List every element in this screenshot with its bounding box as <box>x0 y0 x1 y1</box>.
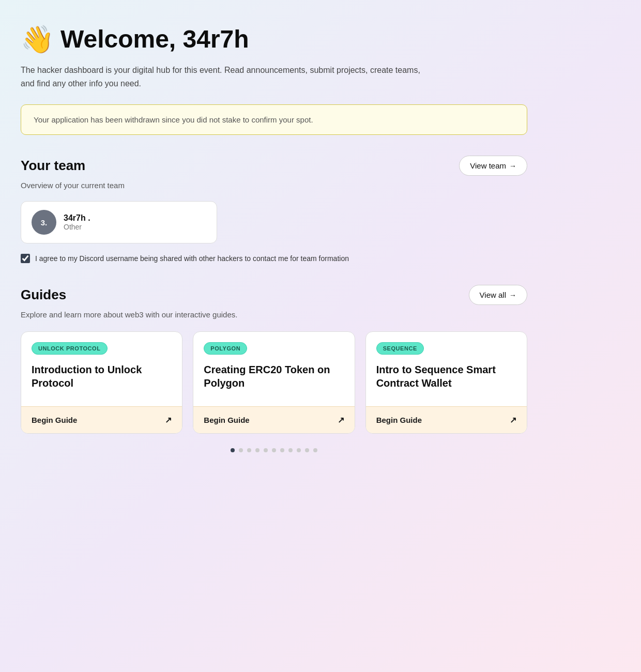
guide-title-1: Creating ERC20 Token on Polygon <box>204 363 344 390</box>
wave-emoji: 👋 <box>21 26 54 53</box>
guide-card-body-2: SEQUENCE Intro to Sequence Smart Contrac… <box>366 332 527 406</box>
team-member-card: 3. 34r7h . Other <box>21 201 217 243</box>
view-all-guides-button[interactable]: View all → <box>469 285 527 305</box>
guide-tag-1: POLYGON <box>204 342 247 355</box>
pagination-dot-8[interactable] <box>297 448 301 452</box>
guides-section-header: Guides View all → <box>21 285 527 305</box>
arrow-right-icon: → <box>509 162 516 170</box>
pagination-dot-5[interactable] <box>272 448 276 452</box>
header-description: The hacker dashboard is your digital hub… <box>21 64 424 90</box>
team-section-subtitle: Overview of your current team <box>21 181 527 190</box>
external-link-icon-2: ↗ <box>510 415 516 425</box>
guides-section: Guides View all → Explore and learn more… <box>21 285 527 452</box>
guides-section-title: Guides <box>21 287 66 303</box>
pagination-dots <box>21 448 527 452</box>
guide-title-2: Intro to Sequence Smart Contract Wallet <box>376 363 516 390</box>
guide-title-0: Introduction to Unlock Protocol <box>32 363 172 390</box>
team-section-title: Your team <box>21 158 85 174</box>
pagination-dot-7[interactable] <box>288 448 293 452</box>
team-member-role: Other <box>64 223 90 231</box>
team-member-name: 34r7h . <box>64 213 90 223</box>
pagination-dot-1[interactable] <box>239 448 243 452</box>
guide-tag-2: SEQUENCE <box>376 342 424 355</box>
guides-grid: UNLOCK PROTOCOL Introduction to Unlock P… <box>21 331 527 434</box>
external-link-icon-0: ↗ <box>165 415 172 425</box>
external-link-icon-1: ↗ <box>338 415 344 425</box>
page-header: 👋 Welcome, 34r7h <box>21 25 620 53</box>
guide-card-2: SEQUENCE Intro to Sequence Smart Contrac… <box>365 331 527 434</box>
guides-description: Explore and learn more about web3 with o… <box>21 310 527 319</box>
guide-card-1: POLYGON Creating ERC20 Token on Polygon … <box>193 331 355 434</box>
begin-guide-button-0[interactable]: Begin Guide ↗ <box>21 406 182 433</box>
arrow-right-icon: → <box>509 291 516 299</box>
guide-footer-label-1: Begin Guide <box>204 416 249 424</box>
discord-consent-checkbox[interactable] <box>21 254 30 263</box>
avatar: 3. <box>32 210 56 235</box>
begin-guide-button-1[interactable]: Begin Guide ↗ <box>193 406 354 433</box>
guide-footer-label-0: Begin Guide <box>32 416 77 424</box>
guide-tag-0: UNLOCK PROTOCOL <box>32 342 108 355</box>
guide-footer-label-2: Begin Guide <box>376 416 422 424</box>
view-team-button[interactable]: View team → <box>459 156 527 176</box>
pagination-dot-0[interactable] <box>231 448 235 452</box>
pagination-dot-10[interactable] <box>313 448 317 452</box>
pagination-dot-6[interactable] <box>280 448 284 452</box>
team-member-info: 34r7h . Other <box>64 213 90 231</box>
pagination-dot-2[interactable] <box>247 448 251 452</box>
team-section-header: Your team View team → <box>21 156 527 176</box>
discord-consent-label: I agree to my Discord username being sha… <box>35 254 349 263</box>
guide-card-body-1: POLYGON Creating ERC20 Token on Polygon <box>193 332 354 406</box>
guide-card-body-0: UNLOCK PROTOCOL Introduction to Unlock P… <box>21 332 182 406</box>
alert-message: Your application has been withdrawn sinc… <box>34 115 313 124</box>
guide-card-0: UNLOCK PROTOCOL Introduction to Unlock P… <box>21 331 182 434</box>
pagination-dot-4[interactable] <box>264 448 268 452</box>
pagination-dot-3[interactable] <box>255 448 260 452</box>
pagination-dot-9[interactable] <box>305 448 309 452</box>
alert-banner: Your application has been withdrawn sinc… <box>21 104 527 135</box>
discord-consent-row: I agree to my Discord username being sha… <box>21 254 527 263</box>
page-title: Welcome, 34r7h <box>60 25 249 53</box>
begin-guide-button-2[interactable]: Begin Guide ↗ <box>366 406 527 433</box>
